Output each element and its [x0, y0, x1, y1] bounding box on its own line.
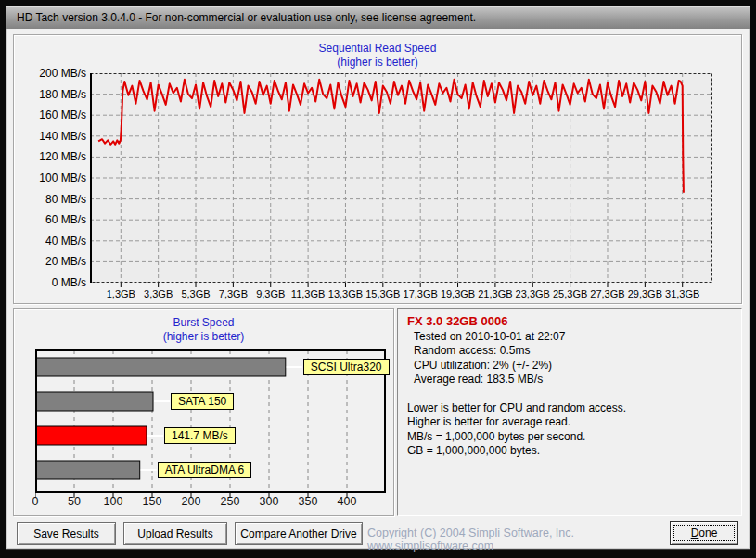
note-gb-definition: GB = 1,000,000,000 bytes.: [407, 444, 734, 459]
y-axis-tick-label: 0 MB/s: [19, 276, 86, 289]
y-axis-tick-label: 40 MB/s: [19, 235, 86, 247]
y-axis-tick-label: 180 MB/s: [19, 88, 86, 101]
x-axis-tick-label: 250: [211, 495, 249, 508]
burst-bar-label: 141.7 MB/s: [164, 427, 236, 444]
sequential-read-title-block: Sequential Read Speed (higher is better): [13, 42, 742, 70]
window-title: HD Tach version 3.0.4.0 - For non-commer…: [17, 11, 476, 24]
y-axis-tick-label: 100 MB/s: [19, 171, 86, 184]
sequential-read-plot: [90, 73, 712, 288]
burst-speed-title: Burst Speed: [13, 316, 394, 330]
compare-another-drive-label: Compare Another Drive: [240, 527, 356, 540]
upload-results-button[interactable]: Upload Results: [123, 522, 227, 545]
sequential-read-plot-area: [90, 73, 712, 288]
x-axis-tick-label: 350: [289, 495, 327, 508]
x-axis-tick-label: 200: [173, 495, 210, 508]
sequential-read-y-axis: 200 MB/s180 MB/s160 MB/s140 MB/s120 MB/s…: [19, 73, 86, 283]
info-line-tested: Tested on 2010-10-01 at 22:07: [414, 330, 734, 345]
y-axis-tick-label: 60 MB/s: [19, 213, 86, 226]
burst-speed-title-block: Burst Speed (higher is better): [13, 316, 394, 344]
y-axis-tick-label: 200 MB/s: [19, 67, 86, 80]
y-axis-tick-label: 120 MB/s: [19, 150, 86, 163]
save-results-button[interactable]: Save Results: [17, 522, 116, 545]
drive-info-panel: FX 3.0 32GB 0006 Tested on 2010-10-01 at…: [397, 308, 742, 516]
upload-results-label: Upload Results: [137, 527, 212, 540]
y-axis-tick-label: 20 MB/s: [19, 255, 86, 268]
burst-speed-x-axis: 050100150200250300350400: [35, 495, 386, 508]
x-axis-tick-label: 300: [250, 495, 288, 508]
x-axis-tick-label: 0: [17, 495, 54, 508]
burst-bar-label: SCSI Ultra320: [303, 359, 390, 375]
x-axis-tick-label: 400: [328, 495, 365, 508]
burst-bar-label: ATA UltraDMA 6: [158, 462, 252, 478]
info-line-cpu-utilization: CPU utilization: 2% (+/- 2%): [414, 359, 734, 374]
sequential-read-subtitle: (higher is better): [13, 56, 742, 70]
copyright-text: Copyright (C) 2004 Simpli Software, Inc.…: [367, 526, 664, 552]
compare-another-drive-button[interactable]: Compare Another Drive: [235, 522, 363, 545]
burst-speed-subtitle: (higher is better): [13, 330, 394, 344]
note-mbs-definition: MB/s = 1,000,000 bytes per second.: [407, 430, 734, 445]
burst-bar-label: SATA 150: [171, 393, 234, 410]
note-lower-better: Lower is better for CPU and random acces…: [407, 401, 734, 416]
y-axis-tick-label: 140 MB/s: [19, 130, 86, 143]
drive-name: FX 3.0 32GB 0006: [407, 314, 734, 329]
x-axis-tick-label: 150: [134, 495, 171, 508]
x-axis-tick-label: 50: [56, 495, 93, 508]
x-axis-tick-label: 31,3GB: [660, 288, 706, 299]
note-higher-better: Higher is better for average read.: [407, 415, 734, 430]
info-line-random-access: Random access: 0.5ms: [414, 344, 734, 359]
done-button[interactable]: Done: [670, 521, 738, 545]
x-axis-tick-label: 100: [95, 495, 132, 508]
sequential-read-title: Sequential Read Speed: [13, 42, 742, 56]
y-axis-tick-label: 80 MB/s: [19, 193, 86, 206]
info-spacer: [405, 387, 734, 401]
sequential-read-x-axis: 1,3GB3,3GB5,3GB7,3GB9,3GB11,3GB13,3GB15,…: [90, 288, 712, 301]
info-line-average-read: Average read: 183.5 MB/s: [414, 373, 734, 387]
title-bar[interactable]: HD Tach version 3.0.4.0 - For non-commer…: [6, 6, 750, 29]
burst-speed-bar-labels: SCSI Ultra320SATA 150141.7 MB/sATA Ultra…: [35, 349, 397, 493]
done-label: Done: [691, 526, 718, 539]
save-results-label: Save Results: [33, 527, 99, 540]
y-axis-tick-label: 160 MB/s: [19, 108, 86, 121]
